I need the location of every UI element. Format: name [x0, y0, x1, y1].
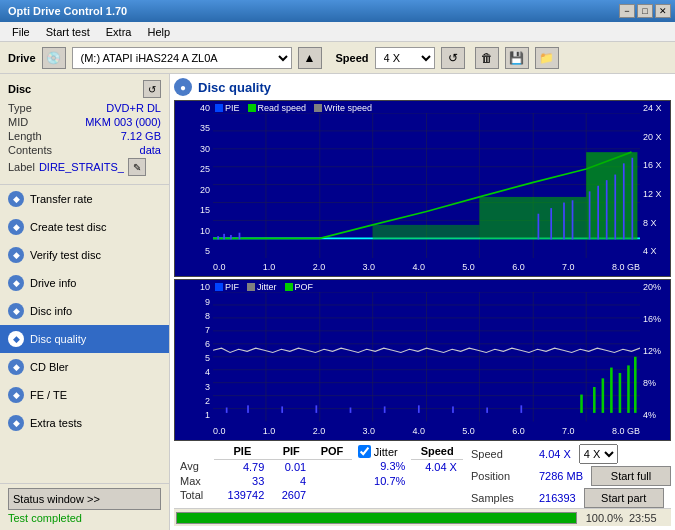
disc-contents-label: Contents: [8, 144, 52, 156]
total-pif: 2607: [270, 488, 312, 502]
content-header: ● Disc quality: [174, 78, 671, 96]
drive-info-icon: ◆: [8, 275, 24, 291]
pif-legend-label: PIF: [225, 282, 239, 292]
max-pie: 33: [214, 474, 270, 488]
disc-type-value: DVD+R DL: [106, 102, 161, 114]
avg-speed: 4.04 X: [411, 459, 463, 474]
minimize-button[interactable]: −: [619, 4, 635, 18]
speed-drop[interactable]: 4 X: [579, 444, 618, 464]
sidebar-item-cd-bler[interactable]: ◆ CD Bler: [0, 353, 169, 381]
bottom-chart-svg: [213, 292, 640, 422]
jitter-label: Jitter: [374, 446, 398, 458]
progress-bar-inner: [177, 513, 576, 523]
svg-rect-51: [247, 406, 249, 414]
svg-rect-17: [223, 234, 225, 240]
sidebar-item-create-test-disc[interactable]: ◆ Create test disc: [0, 213, 169, 241]
fe-te-label: FE / TE: [30, 389, 67, 401]
disc-quality-header-icon: ●: [174, 78, 192, 96]
svg-rect-25: [563, 203, 565, 240]
read-speed-legend-box: [248, 104, 256, 112]
top-chart-y-axis-left: 40 35 30 25 20 15 10 5: [175, 101, 213, 258]
sidebar-item-fe-te[interactable]: ◆ FE / TE: [0, 381, 169, 409]
window-controls: − □ ✕: [619, 4, 671, 18]
top-chart: 40 35 30 25 20 15 10 5 24 X 20 X 16 X 12…: [174, 100, 671, 277]
stats-row-max: Max 33 4 10.7%: [174, 474, 463, 488]
save-button[interactable]: 📁: [535, 47, 559, 69]
disc-mid-label: MID: [8, 116, 28, 128]
svg-rect-27: [589, 191, 591, 239]
sidebar-item-drive-info[interactable]: ◆ Drive info: [0, 269, 169, 297]
pof-legend-label: POF: [295, 282, 314, 292]
drive-icon: 💿: [42, 47, 66, 69]
svg-rect-19: [239, 233, 241, 240]
speed-select[interactable]: 4 X: [375, 47, 435, 69]
col-pif: PIF: [270, 444, 312, 459]
eject-button[interactable]: ▲: [298, 47, 322, 69]
menu-extra[interactable]: Extra: [98, 24, 140, 40]
extra-tests-label: Extra tests: [30, 417, 82, 429]
svg-rect-32: [631, 158, 633, 240]
svg-rect-28: [597, 186, 599, 240]
transfer-rate-icon: ◆: [8, 191, 24, 207]
start-part-button[interactable]: Start part: [584, 488, 664, 508]
disc-refresh-button[interactable]: ↺: [143, 80, 161, 98]
speed-display-label: Speed: [471, 448, 531, 460]
bottom-chart-plot: [213, 292, 640, 422]
svg-rect-55: [384, 407, 386, 413]
sidebar-item-extra-tests[interactable]: ◆ Extra tests: [0, 409, 169, 437]
disc-type-label: Type: [8, 102, 32, 114]
svg-rect-61: [593, 387, 596, 413]
max-pif: 4: [270, 474, 312, 488]
sidebar-item-disc-info[interactable]: ◆ Disc info: [0, 297, 169, 325]
samples-value: 216393: [539, 492, 576, 504]
svg-rect-52: [281, 407, 283, 413]
disc-length-value: 7.12 GB: [121, 130, 161, 142]
position-row: Position 7286 MB Start full: [471, 466, 671, 486]
read-speed-legend-label: Read speed: [258, 103, 307, 113]
progress-time: 23:55: [629, 512, 669, 524]
max-pof: [312, 474, 352, 488]
sidebar-item-transfer-rate[interactable]: ◆ Transfer rate: [0, 185, 169, 213]
maximize-button[interactable]: □: [637, 4, 653, 18]
menu-start-test[interactable]: Start test: [38, 24, 98, 40]
pof-legend-box: [285, 283, 293, 291]
progress-percent: 100.0%: [583, 512, 623, 524]
jitter-checkbox[interactable]: [358, 445, 371, 458]
erase-button[interactable]: 🗑: [475, 47, 499, 69]
svg-rect-66: [634, 357, 637, 413]
disc-label-edit-button[interactable]: ✎: [128, 158, 146, 176]
transfer-rate-label: Transfer rate: [30, 193, 93, 205]
create-test-disc-label: Create test disc: [30, 221, 106, 233]
disc-contents-value: data: [140, 144, 161, 156]
disc-info-label: Disc info: [30, 305, 72, 317]
jitter-legend-label: Jitter: [257, 282, 277, 292]
close-button[interactable]: ✕: [655, 4, 671, 18]
sidebar-item-disc-quality[interactable]: ◆ Disc quality: [0, 325, 169, 353]
verify-test-disc-label: Verify test disc: [30, 249, 101, 261]
top-chart-x-axis: 0.0 1.0 2.0 3.0 4.0 5.0 6.0 7.0 8.0 GB: [213, 258, 640, 276]
app-title: Opti Drive Control 1.70: [8, 5, 127, 17]
svg-rect-56: [418, 406, 420, 414]
refresh-speed-button[interactable]: ↺: [441, 47, 465, 69]
col-pie: PIE: [214, 444, 270, 459]
start-full-button[interactable]: Start full: [591, 466, 671, 486]
avg-pie: 4.79: [214, 459, 270, 474]
svg-rect-63: [610, 368, 613, 413]
menu-file[interactable]: File: [4, 24, 38, 40]
position-value: 7286 MB: [539, 470, 583, 482]
write-speed-legend-box: [314, 104, 322, 112]
chart-container: 40 35 30 25 20 15 10 5 24 X 20 X 16 X 12…: [174, 100, 671, 441]
max-jitter: 10.7%: [352, 474, 411, 488]
write-speed-legend-label: Write speed: [324, 103, 372, 113]
menu-help[interactable]: Help: [139, 24, 178, 40]
burn-button[interactable]: 💾: [505, 47, 529, 69]
stats-right: Speed 4.04 X 4 X Position 7286 MB Start …: [471, 444, 671, 508]
sidebar-item-verify-test-disc[interactable]: ◆ Verify test disc: [0, 241, 169, 269]
top-chart-plot: [213, 113, 640, 258]
cd-bler-icon: ◆: [8, 359, 24, 375]
speed-label: Speed: [336, 52, 369, 64]
status-window-button[interactable]: Status window >>: [8, 488, 161, 510]
drive-select[interactable]: (M:) ATAPI iHAS224 A ZL0A: [72, 47, 292, 69]
avg-pof: [312, 459, 352, 474]
svg-rect-21: [479, 197, 586, 240]
